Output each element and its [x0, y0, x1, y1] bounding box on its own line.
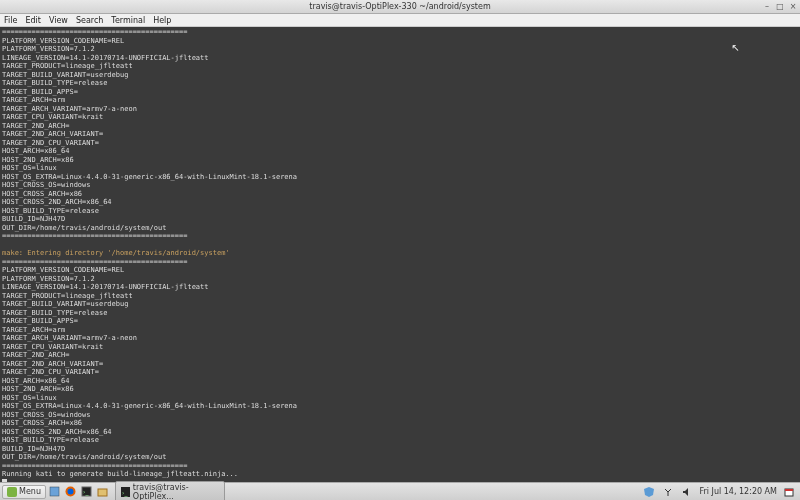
network-icon[interactable] [661, 485, 675, 499]
start-menu-button[interactable]: Menu [2, 485, 46, 499]
window-title: travis@travis-OptiPlex-330 ~/android/sys… [309, 2, 490, 11]
terminal-output[interactable]: ========================================… [0, 27, 800, 482]
svg-rect-5 [98, 489, 107, 496]
menu-view[interactable]: View [49, 16, 68, 25]
menu-edit[interactable]: Edit [25, 16, 41, 25]
menu-search[interactable]: Search [76, 16, 103, 25]
taskbar-item-label: travis@travis-OptiPlex... [133, 483, 219, 501]
mouse-cursor-icon: ↖ [732, 42, 740, 53]
menu-label: Menu [19, 487, 41, 496]
minimize-button[interactable]: – [762, 2, 772, 12]
svg-rect-0 [50, 487, 59, 496]
menu-help[interactable]: Help [153, 16, 171, 25]
calendar-icon[interactable] [782, 485, 796, 499]
window-titlebar: travis@travis-OptiPlex-330 ~/android/sys… [0, 0, 800, 14]
mint-logo-icon [7, 487, 17, 497]
terminal-launcher-icon[interactable]: ›_ [80, 485, 94, 499]
update-shield-icon[interactable] [642, 485, 656, 499]
menu-terminal[interactable]: Terminal [111, 16, 145, 25]
svg-rect-9 [785, 489, 793, 491]
clock[interactable]: Fri Jul 14, 12:20 AM [699, 487, 777, 496]
maximize-button[interactable]: □ [775, 2, 785, 12]
taskbar: Menu ›_ ›_ travis@travis-OptiPlex... Fri… [0, 482, 800, 500]
terminal-icon: ›_ [121, 487, 130, 497]
svg-point-2 [68, 489, 74, 495]
taskbar-item-terminal[interactable]: ›_ travis@travis-OptiPlex... [115, 481, 225, 501]
files-launcher-icon[interactable] [96, 485, 110, 499]
volume-icon[interactable] [680, 485, 694, 499]
close-button[interactable]: × [788, 2, 798, 12]
menu-file[interactable]: File [4, 16, 17, 25]
firefox-icon[interactable] [64, 485, 78, 499]
show-desktop-icon[interactable] [48, 485, 62, 499]
menubar: File Edit View Search Terminal Help [0, 14, 800, 27]
